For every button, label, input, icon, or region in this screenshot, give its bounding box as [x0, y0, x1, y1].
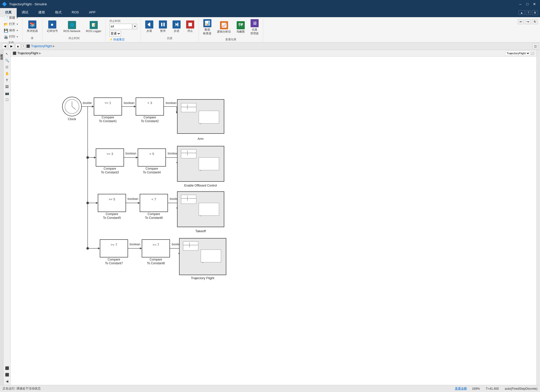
compare7-block: [100, 240, 128, 257]
svg-text:< 7: < 7: [152, 197, 156, 201]
panel-toggle-button[interactable]: ◫: [532, 43, 538, 49]
sim-manager-icon: 🖥: [251, 19, 259, 27]
bottom-btn2[interactable]: ⬛: [4, 372, 10, 377]
compare2-output-type: boolean: [166, 101, 177, 105]
diagram[interactable]: Clock double >= 1 Compare To Constant1 b…: [11, 57, 536, 385]
quick-restart-button[interactable]: ⚡ 快速重启: [109, 38, 125, 41]
menu-tab-ros[interactable]: ROS: [67, 8, 84, 17]
breadcrumb-label[interactable]: TrajectoryFlight: [31, 44, 52, 48]
status-text: 正在运行: 调速处于活动状态: [3, 387, 41, 390]
menu-tab-format[interactable]: 格式: [50, 8, 67, 17]
svg-text:>= 3: >= 3: [107, 152, 113, 156]
pause-button[interactable]: 暂停: [157, 19, 169, 34]
logic-analyzer-icon: 📈: [220, 21, 228, 29]
app-icon: 🔷: [2, 2, 7, 7]
zoom-level: 169%: [472, 387, 480, 390]
svg-rect-6: [188, 23, 192, 26]
open-dropdown-arrow: ▼: [16, 23, 18, 25]
open-icon: 📂: [4, 22, 8, 26]
close-button[interactable]: ✕: [531, 1, 538, 7]
minimize-button[interactable]: –: [517, 1, 524, 7]
stop-icon: [186, 20, 194, 29]
svg-text:⎯: ⎯: [200, 121, 201, 124]
stop-time-dropdown[interactable]: ▼: [133, 24, 137, 29]
window-title: TrajectoryFlight - Simulink: [9, 2, 47, 6]
expand-button[interactable]: +: [22, 44, 25, 48]
step-forward-button[interactable]: 步进: [170, 19, 183, 34]
cursor-button[interactable]: ↖: [4, 51, 10, 57]
settings-btn[interactable]: ⚙: [532, 10, 538, 15]
logic-analyzer-button[interactable]: 📈 逻辑分析仪: [215, 20, 233, 35]
svg-marker-79: [140, 247, 142, 249]
svg-text:To Constant2: To Constant2: [141, 119, 159, 123]
side-icons: 模型层次 浏览器: [0, 50, 4, 385]
help-btn[interactable]: ?: [526, 10, 531, 15]
model-select[interactable]: TrajectoryFlight: [505, 51, 530, 56]
breadcrumb-expand-icon: ▶: [53, 45, 55, 47]
ribbon: 📄 新建 ▼ 📂 打开 ▼ 💾 保存 ▼ 🖨️ 打印 ▼ 文件: [0, 17, 540, 42]
library-browser-button[interactable]: 📚 库浏览器: [24, 19, 40, 34]
data-inspector-button[interactable]: 📊 数据检查器: [201, 18, 214, 37]
svg-text:Compare: Compare: [148, 212, 160, 216]
ros-network-button[interactable]: 🌐 ROS Network: [61, 20, 83, 34]
canvas-model-name: TrajectoryFlight: [17, 51, 38, 55]
image-button[interactable]: 🖼: [4, 84, 10, 89]
checkbox-button[interactable]: ☐: [4, 97, 10, 102]
compare3-block: [96, 149, 124, 166]
compare1-block: [94, 98, 122, 115]
canvas-expand-icon: ▶: [39, 52, 41, 55]
sim-mode-select[interactable]: 普通: [109, 31, 121, 36]
compare2-block: [136, 98, 164, 115]
svg-text:⎯: ⎯: [200, 168, 201, 171]
redo-button[interactable]: ↪: [525, 19, 531, 24]
svg-marker-56: [138, 202, 140, 204]
svg-text:Compare: Compare: [150, 258, 162, 261]
pan-button[interactable]: ✋: [4, 71, 10, 76]
up-button[interactable]: ▲: [15, 43, 21, 49]
collapse-side-btn[interactable]: ◀: [4, 378, 10, 384]
svg-marker-4: [176, 23, 177, 26]
save-button[interactable]: 💾 保存 ▼: [2, 28, 20, 33]
arm-label: Arm: [198, 137, 204, 141]
clock-label: Clock: [68, 117, 76, 121]
step-back-button[interactable]: 步退: [143, 19, 156, 34]
ros-network-icon: 🌐: [68, 21, 76, 29]
svg-rect-69: [199, 203, 219, 216]
svg-text:Enable Offboard Control: Enable Offboard Control: [184, 184, 217, 187]
collapse-ribbon-btn[interactable]: ▲: [519, 10, 525, 15]
ros-logger-button[interactable]: 📝 ROS Logger: [84, 20, 104, 34]
bottom-btn1[interactable]: ⬛: [4, 365, 10, 371]
svg-marker-13: [134, 106, 136, 108]
compare4-block: [138, 149, 166, 166]
forward-button[interactable]: ▶: [9, 43, 14, 49]
screenshot-button[interactable]: 📷: [4, 90, 10, 96]
file-group: 📄 新建 ▼ 📂 打开 ▼ 💾 保存 ▼ 🖨️ 打印 ▼ 文件: [0, 18, 22, 41]
stop-time-input[interactable]: [109, 24, 132, 29]
menu-tab-app[interactable]: APP: [84, 8, 101, 17]
record-signal-button[interactable]: ⏺ 记录信号: [44, 19, 60, 34]
stop-button[interactable]: 停止: [184, 19, 197, 34]
compare1-operator: >= 1: [105, 101, 111, 105]
svg-text:boolean: boolean: [128, 197, 138, 201]
text-button[interactable]: T: [4, 77, 10, 83]
zoom-in-button[interactable]: 🔍: [4, 58, 10, 63]
clock-output-type: double: [83, 101, 92, 105]
bird-eye-button[interactable]: 🗺 鸟瞰图: [234, 20, 247, 35]
menu-tab-build[interactable]: 建模: [33, 8, 50, 17]
sim-manager-button[interactable]: 🖥 仿真管理器: [248, 18, 261, 37]
view-diagnostics-link[interactable]: 查看诊断: [455, 386, 467, 391]
fit-view-button[interactable]: ⊡: [4, 64, 10, 70]
back-button[interactable]: ◀: [2, 43, 8, 49]
svg-text:To Constant3: To Constant3: [101, 171, 119, 174]
svg-marker-50: [96, 202, 98, 204]
review-group: 📊 数据检查器 📈 逻辑分析仪 🗺 鸟瞰图 🖥 仿真管理器 查看结果: [199, 18, 263, 41]
open-button[interactable]: 📂 打开 ▼: [2, 21, 20, 27]
svg-marker-27: [94, 156, 96, 159]
refresh-button[interactable]: ↻: [532, 19, 538, 24]
compare6-block: [140, 194, 168, 212]
svg-text:Compare: Compare: [104, 167, 116, 170]
print-button[interactable]: 🖨️ 打印 ▼: [2, 34, 20, 40]
new-button[interactable]: 📄 新建 ▼: [2, 15, 20, 21]
undo-button[interactable]: ↩: [518, 19, 524, 24]
maximize-button[interactable]: □: [524, 1, 531, 7]
